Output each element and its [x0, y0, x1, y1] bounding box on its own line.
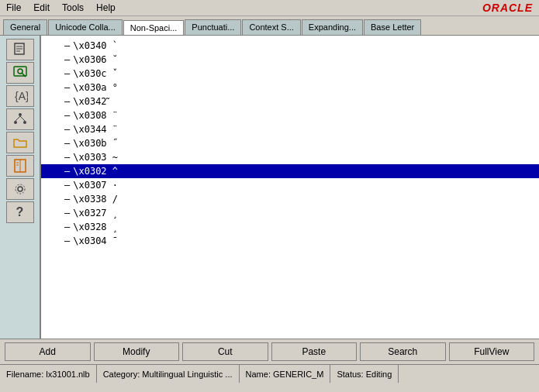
list-item[interactable]: \x0342 ͂: [41, 95, 539, 108]
tool-help-btn[interactable]: ?: [6, 201, 34, 223]
main-area: {A}: [0, 35, 539, 339]
tool-folder-btn[interactable]: [6, 132, 34, 153]
list-item-selected[interactable]: \x0302 ^: [41, 164, 539, 178]
menu-items: File Edit Tools Help: [3, 2, 119, 14]
list-container[interactable]: \x0340 ` \x0306 ˘ \x030c ˇ \x030a ° \x03…: [41, 36, 539, 339]
tool-gear-btn[interactable]: [6, 178, 34, 200]
menu-help[interactable]: Help: [93, 2, 119, 14]
doclist-icon: [12, 42, 28, 57]
list-item[interactable]: \x030b ˝: [41, 136, 539, 150]
tab-expanding[interactable]: Expanding...: [302, 19, 363, 35]
status-filename: Filename: lx31001.nlb: [0, 365, 97, 383]
list-item[interactable]: \x0328 ¸: [41, 220, 539, 234]
status-category: Category: Multilingual Linguistic ...: [97, 365, 240, 383]
svg-line-11: [16, 116, 20, 121]
status-bar: Filename: lx31001.nlb Category: Multilin…: [0, 364, 539, 383]
cut-button[interactable]: Cut: [182, 342, 268, 361]
status-name: Name: GENERIC_M: [240, 365, 331, 383]
svg-text:{A}: {A}: [15, 90, 28, 102]
tab-baseletter[interactable]: Base Letter: [364, 19, 421, 35]
add-button[interactable]: Add: [5, 342, 91, 361]
tool-book-btn[interactable]: [6, 155, 34, 177]
tab-nonspacing[interactable]: Non-Spaci...: [123, 20, 185, 36]
left-toolbar: {A}: [0, 35, 40, 339]
folder-icon: [12, 135, 28, 150]
content-area: \x0340 ` \x0306 ˘ \x030c ˇ \x030a ° \x03…: [40, 35, 539, 339]
menu-edit[interactable]: Edit: [30, 2, 53, 14]
list-item[interactable]: \x0338 /: [41, 192, 539, 206]
tool-doclist-btn[interactable]: [6, 39, 34, 60]
list-item[interactable]: \x030a °: [41, 81, 539, 95]
question-icon: ?: [16, 205, 24, 219]
book-icon: [12, 158, 28, 174]
tool-braces-btn[interactable]: {A}: [6, 85, 34, 107]
svg-point-17: [18, 187, 22, 191]
search-button[interactable]: Search: [360, 342, 446, 361]
fullview-button[interactable]: FullView: [449, 342, 535, 361]
svg-point-8: [19, 113, 22, 116]
list-item[interactable]: \x0327 ¸: [41, 206, 539, 220]
menu-tools[interactable]: Tools: [59, 2, 87, 14]
tool-filter-btn[interactable]: [6, 62, 34, 84]
list-item[interactable]: \x0304 ¯: [41, 234, 539, 248]
menu-bar: File Edit Tools Help ORACLE: [0, 0, 539, 16]
tab-unicode[interactable]: Unicode Colla...: [48, 19, 123, 35]
oracle-logo: ORACLE: [482, 2, 536, 14]
list-item[interactable]: \x0307 ·: [41, 178, 539, 192]
tab-general[interactable]: General: [3, 19, 47, 35]
tab-bar: General Unicode Colla... Non-Spaci... Pu…: [0, 16, 539, 35]
list-item[interactable]: \x0303 ~: [41, 150, 539, 164]
list-item[interactable]: \x0306 ˘: [41, 53, 539, 67]
list-item[interactable]: \x0344 ¨: [41, 122, 539, 136]
gear-icon: [12, 181, 28, 197]
svg-point-10: [23, 121, 26, 124]
list-item[interactable]: \x0308 ¨: [41, 108, 539, 122]
tab-punctuation[interactable]: Punctuati...: [185, 19, 241, 35]
tool-nodes-btn[interactable]: [6, 108, 34, 130]
list-item[interactable]: \x0340 `: [41, 39, 539, 53]
nodes-icon: [12, 112, 28, 127]
button-row: Add Modify Cut Paste Search FullView: [0, 339, 539, 364]
svg-rect-4: [14, 67, 26, 76]
menu-file[interactable]: File: [3, 2, 24, 14]
svg-point-9: [14, 121, 17, 124]
svg-line-12: [20, 116, 25, 121]
modify-button[interactable]: Modify: [94, 342, 180, 361]
braces-icon: {A}: [12, 88, 28, 104]
svg-point-18: [16, 184, 25, 194]
filter-icon: [12, 65, 28, 81]
status-editing: Status: Editing: [330, 365, 399, 383]
list-item[interactable]: \x030c ˇ: [41, 67, 539, 81]
paste-button[interactable]: Paste: [271, 342, 358, 361]
tab-context[interactable]: Context S...: [242, 19, 300, 35]
